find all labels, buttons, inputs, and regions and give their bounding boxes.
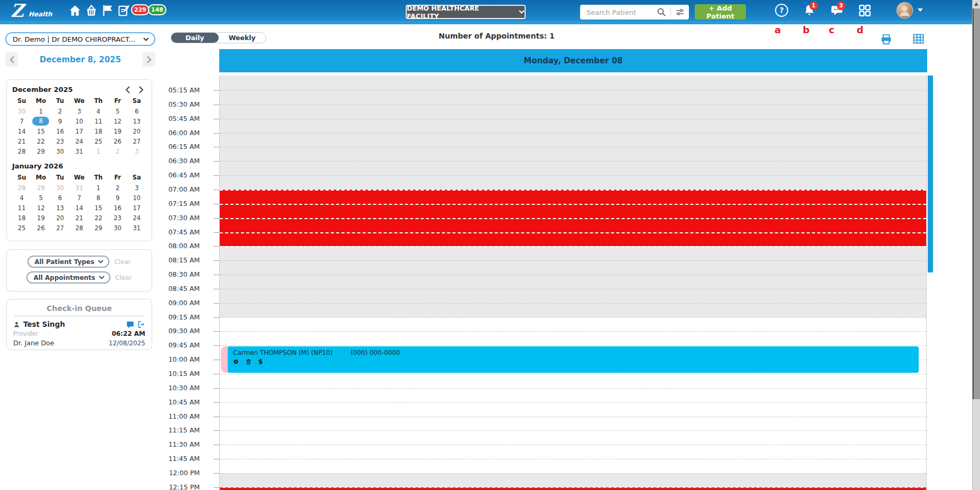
basket-icon[interactable] xyxy=(85,4,98,17)
time-tick xyxy=(213,445,219,445)
facility-select[interactable]: DEMO HEALTHCARE FACILITY xyxy=(406,5,526,19)
tab-daily[interactable]: Daily xyxy=(171,33,219,43)
time-slot-label: 08:30 AM xyxy=(152,270,200,278)
time-slot-label: 05:30 AM xyxy=(152,100,200,108)
payment-icon[interactable]: $ xyxy=(258,358,263,365)
time-slot-label: 06:00 AM xyxy=(152,129,200,137)
table-view-icon[interactable] xyxy=(912,33,925,45)
chat-badge: 3 xyxy=(837,2,845,10)
grid-line xyxy=(220,246,926,247)
time-slot-label: 10:30 AM xyxy=(152,384,200,392)
annotation-c: c xyxy=(826,24,837,35)
search-input[interactable] xyxy=(586,8,657,16)
noon-zone xyxy=(220,473,926,487)
time-slot-label: 08:15 AM xyxy=(152,256,200,264)
time-tick xyxy=(213,204,219,204)
page-scrollbar-thumb[interactable] xyxy=(973,8,980,399)
grid-line xyxy=(220,289,926,289)
schedule-scrollbar-thumb[interactable] xyxy=(928,76,933,272)
time-tick xyxy=(213,487,219,488)
top-navbar: Z Health 229 148 DEMO HEALTHCARE FACILIT… xyxy=(0,0,980,21)
day-column-header: Monday, December 08 xyxy=(219,49,927,72)
zhealth-logo[interactable]: Z Health xyxy=(11,1,63,21)
provider-select[interactable]: Dr. Demo | Dr DEMO CHIROPRACT... xyxy=(5,32,155,46)
flag-icon[interactable] xyxy=(101,4,115,17)
trash-icon[interactable] xyxy=(246,359,251,365)
time-tick xyxy=(213,430,219,431)
grid-line xyxy=(220,374,926,374)
apps-grid-icon[interactable] xyxy=(858,4,872,17)
annotation-d: d xyxy=(855,24,865,35)
time-tick xyxy=(213,133,219,134)
grid-line xyxy=(220,133,926,134)
time-tick xyxy=(213,417,219,417)
time-tick xyxy=(213,345,219,346)
time-tick xyxy=(213,360,219,360)
grid-line xyxy=(220,487,926,488)
time-slot-label: 11:30 AM xyxy=(152,440,200,448)
grid-line xyxy=(220,430,926,431)
notes-icon[interactable] xyxy=(117,4,131,17)
time-tick xyxy=(213,90,219,91)
scroll-up-arrow-icon[interactable] xyxy=(974,2,978,6)
time-tick xyxy=(213,303,219,304)
time-slot-label: 07:00 AM xyxy=(152,185,200,193)
green-count-badge[interactable]: 148 xyxy=(148,4,166,15)
time-tick xyxy=(213,246,219,247)
time-tick xyxy=(213,331,219,332)
appointment-phone: (000) 000-0000 xyxy=(350,349,400,356)
schedule-area: Carmen THOMPSON (M) (NP10) (000) 000-000… xyxy=(0,76,980,490)
schedule-grid[interactable]: Carmen THOMPSON (M) (NP10) (000) 000-000… xyxy=(219,76,927,490)
time-slot-label: 07:15 AM xyxy=(152,200,200,208)
time-slot-label: 10:45 AM xyxy=(152,398,200,406)
time-slot-label: 06:15 AM xyxy=(152,143,200,150)
appointment-patient-name: Carmen THOMPSON (M) (NP10) xyxy=(233,349,333,356)
time-slot-label: 10:00 AM xyxy=(152,355,200,363)
time-slot-label: 07:45 AM xyxy=(152,228,200,236)
time-slot-label: 12:00 PM xyxy=(152,469,200,477)
time-slot-label: 11:15 AM xyxy=(152,426,200,434)
appointment-block[interactable]: Carmen THOMPSON (M) (NP10) (000) 000-000… xyxy=(221,346,919,373)
home-icon[interactable] xyxy=(68,4,82,17)
print-icon[interactable] xyxy=(880,33,892,45)
chevron-down-icon xyxy=(143,37,149,41)
time-tick xyxy=(213,190,219,190)
time-slot-label: 10:15 AM xyxy=(152,370,200,378)
time-tick xyxy=(213,459,219,459)
grid-line xyxy=(220,90,926,91)
tab-weekly[interactable]: Weekly xyxy=(219,33,266,43)
grid-line xyxy=(220,402,926,403)
chevron-down-icon xyxy=(519,10,525,14)
time-tick xyxy=(213,147,219,147)
time-slot-label: 05:45 AM xyxy=(152,115,200,123)
next-day-button[interactable] xyxy=(143,52,155,67)
time-slot-label: 11:45 AM xyxy=(152,455,200,463)
time-tick xyxy=(213,317,219,318)
date-navigation: December 8, 2025 xyxy=(5,52,155,67)
time-tick xyxy=(213,388,219,389)
provider-select-value: Dr. Demo | Dr DEMO CHIROPRACT... xyxy=(13,35,143,43)
time-tick xyxy=(213,105,219,105)
chat-icon[interactable]: 3 xyxy=(830,4,844,17)
bell-icon[interactable]: 1 xyxy=(802,4,816,17)
avatar[interactable] xyxy=(897,2,913,18)
page-scrollbar[interactable] xyxy=(972,0,980,490)
grid-line xyxy=(220,417,926,417)
current-date-label: December 8, 2025 xyxy=(18,55,143,64)
red-count-badge[interactable]: 229 xyxy=(131,4,150,15)
prev-day-button[interactable] xyxy=(5,52,18,67)
help-icon[interactable]: ? xyxy=(775,4,788,17)
filter-sliders-icon[interactable] xyxy=(675,7,685,17)
time-tick xyxy=(213,161,219,162)
gear-icon[interactable] xyxy=(233,359,239,365)
caret-down-icon[interactable] xyxy=(918,8,923,12)
patient-search xyxy=(580,5,689,20)
time-slot-label: 09:15 AM xyxy=(152,313,200,321)
grid-line xyxy=(220,331,926,332)
grid-line xyxy=(220,190,926,191)
appointment-body: Carmen THOMPSON (M) (NP10) (000) 000-000… xyxy=(228,346,919,373)
time-slot-label: 06:30 AM xyxy=(152,157,200,165)
add-patient-button[interactable]: + Add Patient xyxy=(695,4,746,20)
search-icon[interactable] xyxy=(657,7,666,17)
grid-line xyxy=(220,388,926,389)
